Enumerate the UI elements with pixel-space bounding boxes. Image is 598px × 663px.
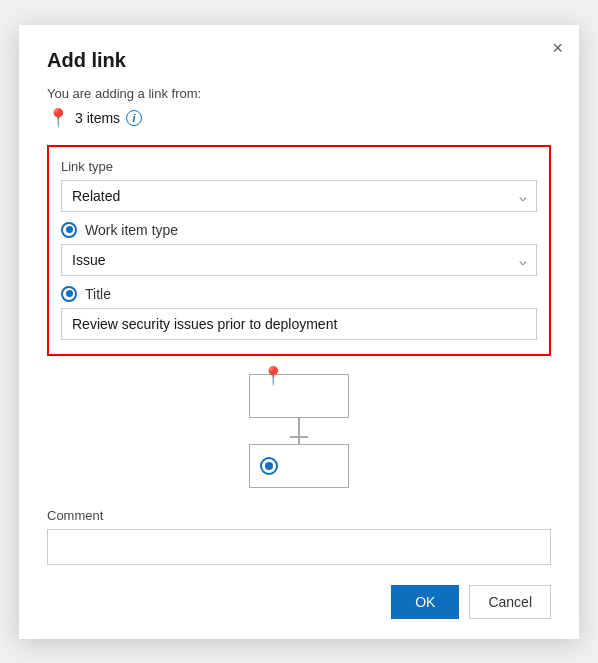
ok-button[interactable]: OK bbox=[391, 585, 459, 619]
diagram-connector-line bbox=[298, 418, 300, 436]
work-item-type-radio-row: Work item type bbox=[61, 222, 537, 238]
diagram-pin-icon: 📍 bbox=[262, 365, 284, 387]
pin-icon: 📍 bbox=[47, 107, 69, 129]
dialog-title: Add link bbox=[47, 49, 551, 72]
work-item-type-label: Work item type bbox=[85, 222, 178, 238]
add-link-dialog: × Add link You are adding a link from: 📍… bbox=[19, 25, 579, 639]
items-count: 3 items bbox=[75, 110, 120, 126]
diagram: 📍 bbox=[249, 374, 349, 488]
diagram-top-box: 📍 bbox=[249, 374, 349, 418]
diagram-radio-inner bbox=[265, 462, 273, 470]
work-item-type-select[interactable]: Issue bbox=[61, 244, 537, 276]
cancel-button[interactable]: Cancel bbox=[469, 585, 551, 619]
radio-inner bbox=[66, 226, 73, 233]
adding-from-label: You are adding a link from: bbox=[47, 86, 551, 101]
comment-input[interactable] bbox=[47, 529, 551, 565]
diagram-radio-icon bbox=[260, 457, 278, 475]
link-type-section: Link type Related ⌵ Work item type Issue… bbox=[47, 145, 551, 356]
info-icon[interactable]: i bbox=[126, 110, 142, 126]
title-radio-inner bbox=[66, 290, 73, 297]
diagram-area: 📍 bbox=[47, 374, 551, 488]
title-radio-row: Title bbox=[61, 286, 537, 302]
work-item-type-select-row: Issue ⌵ bbox=[61, 244, 537, 276]
comment-label: Comment bbox=[47, 508, 551, 523]
work-item-type-radio[interactable] bbox=[61, 222, 77, 238]
title-label: Title bbox=[85, 286, 111, 302]
close-button[interactable]: × bbox=[552, 39, 563, 57]
diagram-bottom-box bbox=[249, 444, 349, 488]
title-radio[interactable] bbox=[61, 286, 77, 302]
link-type-select-row: Related ⌵ bbox=[61, 180, 537, 212]
link-type-select[interactable]: Related bbox=[61, 180, 537, 212]
link-type-label: Link type bbox=[61, 159, 537, 174]
title-input[interactable] bbox=[61, 308, 537, 340]
items-row: 📍 3 items i bbox=[47, 107, 551, 129]
dialog-footer: OK Cancel bbox=[47, 585, 551, 619]
comment-section: Comment bbox=[47, 508, 551, 565]
